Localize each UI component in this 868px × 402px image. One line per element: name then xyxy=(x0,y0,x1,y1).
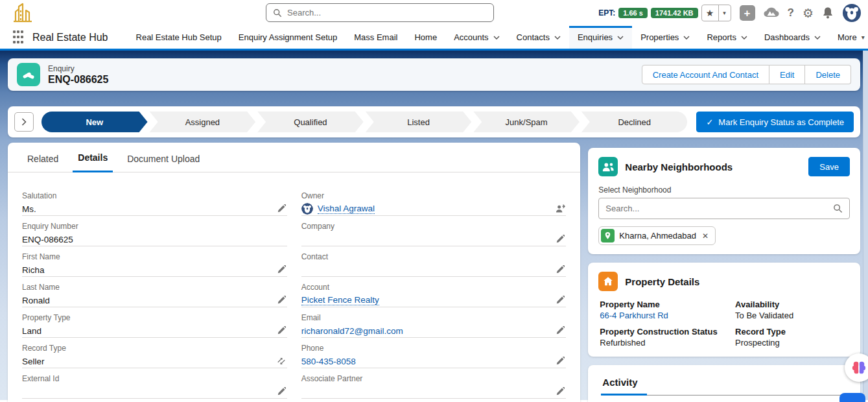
global-search[interactable] xyxy=(266,3,494,22)
edit-pencil-icon[interactable] xyxy=(554,294,566,306)
tab-accounts[interactable]: Accounts xyxy=(445,26,508,49)
neighborhood-search-input[interactable] xyxy=(605,204,833,213)
activity-card: Activity xyxy=(588,365,860,402)
path-stage-assigned[interactable]: Assigned xyxy=(150,112,256,132)
selected-neighborhood-label: Kharna, Ahmedabad xyxy=(619,231,696,241)
record-meta: Enquiry ENQ-086625 xyxy=(48,64,108,86)
path-stage-listed[interactable]: Listed xyxy=(366,112,472,132)
property-details-grid: Property Name 66-4 Parkhurst Rd Availabi… xyxy=(598,300,850,348)
tab-mass-email[interactable]: Mass Email xyxy=(346,26,406,49)
field-external-id: External Id xyxy=(22,368,287,399)
app-launcher-icon[interactable] xyxy=(13,30,23,45)
extension-brain-icon[interactable] xyxy=(845,353,868,382)
path-stage-new[interactable]: New xyxy=(41,112,148,132)
notification-bell-icon[interactable] xyxy=(822,6,834,19)
edit-pencil-icon[interactable] xyxy=(276,264,287,276)
property-name-link[interactable]: 66-4 Parkhurst Rd xyxy=(600,311,668,320)
favorite-star-icon[interactable]: ★ xyxy=(702,5,719,21)
favorite-control: ★ ▾ xyxy=(701,5,731,21)
location-pin-icon xyxy=(601,229,615,242)
favorite-caret-icon[interactable]: ▾ xyxy=(719,5,731,21)
enquiry-record-icon xyxy=(17,63,40,86)
tab-real-estate-hub-setup[interactable]: Real Estate Hub Setup xyxy=(128,26,230,49)
save-button[interactable]: Save xyxy=(808,157,850,176)
app-nav-bar: Real Estate Hub Real Estate Hub Setup En… xyxy=(0,26,868,51)
property-name-field: Property Name 66-4 Parkhurst Rd xyxy=(600,300,735,320)
tab-details[interactable]: Details xyxy=(73,152,113,172)
tab-reports[interactable]: Reports xyxy=(698,26,756,49)
ept-group: EPT: 1.66 s 1741.42 KB ★ ▾ xyxy=(598,5,731,21)
edit-pencil-icon[interactable] xyxy=(276,386,287,397)
guidance-center-icon[interactable] xyxy=(764,6,779,19)
tab-enquiries[interactable]: Enquiries xyxy=(569,26,632,49)
chevron-down-icon xyxy=(814,36,821,40)
page-scrollbar[interactable] xyxy=(863,51,868,400)
ept-size-badge: 1741.42 KB xyxy=(651,8,698,18)
floating-action-peek[interactable] xyxy=(839,393,865,402)
field-company: Company xyxy=(301,216,567,246)
tab-related[interactable]: Related xyxy=(22,154,64,172)
email-link[interactable]: richaronald72@gmail.com xyxy=(301,326,403,336)
neighborhoods-title: Nearby Neighborhoods xyxy=(625,161,801,172)
field-salutation: Salutation Ms. xyxy=(22,185,287,216)
tab-contacts[interactable]: Contacts xyxy=(508,26,569,49)
edit-pencil-icon[interactable] xyxy=(276,325,287,337)
edit-pencil-icon[interactable] xyxy=(554,386,566,397)
setup-gear-icon[interactable]: ⚙ xyxy=(803,7,814,19)
tab-document-upload[interactable]: Document Upload xyxy=(122,154,205,172)
chevron-down-icon xyxy=(554,36,561,40)
chevron-right-icon xyxy=(21,118,27,126)
details-form: Salutation Ms. Enquiry Number ENQ-086625… xyxy=(8,172,580,402)
owner-link[interactable]: Vishal Agrawal xyxy=(318,204,375,214)
account-link[interactable]: Picket Fence Realty xyxy=(301,295,379,305)
delete-button[interactable]: Delete xyxy=(805,65,851,84)
neighborhoods-group-icon xyxy=(598,157,618,176)
field-property-type: Property Type Land xyxy=(22,307,287,338)
right-sidebar: Nearby Neighborhoods Save Select Neighbo… xyxy=(588,148,860,402)
change-record-type-icon[interactable] xyxy=(276,355,287,367)
path-expand-button[interactable] xyxy=(14,112,34,132)
tab-home[interactable]: Home xyxy=(406,26,445,49)
construction-status-field: Property Construction Status Refurbished xyxy=(600,327,735,348)
edit-pencil-icon[interactable] xyxy=(554,233,566,245)
edit-pencil-icon[interactable] xyxy=(276,294,287,306)
record-entity-label: Enquiry xyxy=(48,64,108,73)
detail-tabs: Related Details Document Upload xyxy=(8,143,580,172)
property-details-card: Property Details Property Name 66-4 Park… xyxy=(588,263,860,357)
nav-tabs: Real Estate Hub Setup Enquiry Assignment… xyxy=(128,26,868,49)
select-neighborhood-label: Select Neighborhood xyxy=(598,185,850,195)
change-owner-icon[interactable] xyxy=(554,203,566,215)
remove-neighborhood-icon[interactable]: ✕ xyxy=(701,231,710,241)
app-window: EPT: 1.66 s 1741.42 KB ★ ▾ + ? ⚙ xyxy=(0,0,868,402)
tab-activity[interactable]: Activity xyxy=(601,377,646,396)
edit-pencil-icon[interactable] xyxy=(554,264,566,276)
path-stage-declined[interactable]: Declined xyxy=(581,112,688,132)
tab-more[interactable]: More▾ xyxy=(829,26,868,49)
field-number-of-property-views-scheduled: Number of Property Views Scheduled xyxy=(301,399,567,402)
tab-dashboards[interactable]: Dashboards xyxy=(756,26,829,49)
edit-pencil-icon[interactable] xyxy=(554,325,566,337)
mark-status-complete-button[interactable]: ✓ Mark Enquiry Status as Complete xyxy=(696,112,854,132)
record-type-field: Record Type Prospecting xyxy=(735,327,850,348)
user-avatar[interactable] xyxy=(842,3,862,23)
edit-button[interactable]: Edit xyxy=(769,65,805,84)
tab-properties[interactable]: Properties xyxy=(632,26,698,49)
property-home-icon xyxy=(598,272,618,291)
quick-create-icon[interactable]: + xyxy=(740,5,755,21)
details-left-column: Salutation Ms. Enquiry Number ENQ-086625… xyxy=(22,185,287,402)
tab-enquiry-assignment-setup[interactable]: Enquiry Assignment Setup xyxy=(230,26,346,49)
create-account-and-contact-button[interactable]: Create Account And Contact xyxy=(642,65,769,84)
availability-field: Availability To Be Validated xyxy=(735,300,850,320)
edit-pencil-icon[interactable] xyxy=(276,203,287,215)
field-phone: Phone 580-435-8058 xyxy=(301,338,567,368)
neighborhood-search[interactable] xyxy=(598,198,850,219)
help-icon[interactable]: ? xyxy=(788,6,794,19)
edit-pencil-icon[interactable] xyxy=(554,355,566,367)
field-number-of-offers: Number of Offers xyxy=(22,399,287,402)
selected-neighborhood-pill[interactable]: Kharna, Ahmedabad ✕ xyxy=(598,226,716,245)
owner-avatar xyxy=(301,203,313,215)
path-stage-junk-spam[interactable]: Junk/Spam xyxy=(473,112,580,132)
phone-link[interactable]: 580-435-8058 xyxy=(301,357,356,366)
path-stage-qualified[interactable]: Qualified xyxy=(257,112,364,132)
global-search-input[interactable] xyxy=(287,8,487,18)
